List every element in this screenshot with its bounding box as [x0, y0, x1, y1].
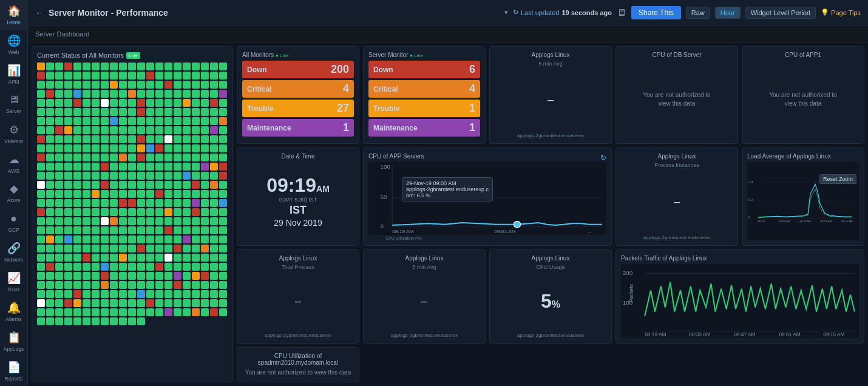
- hour-button[interactable]: Hour: [715, 7, 741, 19]
- chart-refresh-icon[interactable]: ↻: [600, 154, 606, 162]
- grid-cell: [92, 272, 100, 280]
- grid-cell: [174, 254, 181, 262]
- grid-cell: [101, 99, 109, 107]
- grid-cell: [101, 235, 109, 243]
- server-monitor-live: ● Live: [410, 53, 423, 58]
- grid-cell: [192, 81, 200, 89]
- grid-cell: [174, 181, 181, 189]
- grid-cell: [119, 81, 127, 89]
- cpu-app-servers-title-row: CPU of APP Servers ↻: [368, 153, 606, 162]
- grid-cell: [92, 81, 100, 89]
- grid-cell: [110, 254, 118, 262]
- sidebar-item-gcp[interactable]: ● GCP: [0, 208, 28, 237]
- sidebar-item-network[interactable]: 🔗 Network: [0, 237, 28, 267]
- sidebar-item-azure[interactable]: ◆ Azure: [0, 178, 28, 208]
- grid-cell: [46, 281, 54, 289]
- grid-cell: [146, 290, 154, 298]
- grid-cell: [192, 199, 200, 207]
- svg-text:100: 100: [381, 163, 390, 170]
- sidebar-item-server[interactable]: 🖥 Server: [0, 89, 28, 119]
- grid-cell: [73, 135, 81, 143]
- grid-cell: [155, 72, 163, 80]
- grid-cell: [92, 308, 100, 316]
- grid-cell: [46, 163, 54, 171]
- grid-cell: [183, 281, 191, 289]
- main-content: ← Server Monitor - Performance ▾ ↻ Last …: [28, 0, 868, 386]
- sidebar-label-gcp: GCP: [8, 227, 19, 233]
- grid-cell: [128, 72, 136, 80]
- grid-cell: [55, 90, 63, 98]
- grid-cell: [219, 235, 227, 243]
- grid-cell: [101, 163, 109, 171]
- sidebar-item-applogs[interactable]: 📋 AppLogs: [0, 327, 28, 356]
- grid-cell: [55, 126, 63, 134]
- grid-cell: [101, 308, 109, 316]
- grid-cell: [64, 281, 72, 289]
- grid-cell: [128, 208, 136, 216]
- grid-cell: [92, 163, 100, 171]
- grid-cell: [192, 217, 200, 225]
- server-critical-count: 4: [469, 83, 475, 95]
- reset-zoom-button[interactable]: Reset Zoom: [819, 174, 856, 184]
- sidebar-item-home[interactable]: 🏠 Home: [0, 0, 28, 30]
- all-monitors-live: ● Live: [276, 53, 289, 58]
- grid-cell: [73, 317, 81, 325]
- grid-cell: [110, 299, 118, 307]
- applogs-process-subtitle: Process Instances: [621, 162, 733, 168]
- grid-cell: [201, 126, 209, 134]
- grid-cell: [64, 81, 72, 89]
- grid-cell: [137, 135, 145, 143]
- title-dropdown-icon[interactable]: ▾: [504, 8, 508, 16]
- grid-cell: [37, 226, 45, 234]
- date-time-widget: Date & Time 09:19AM (GMT 5:30) IST IST 2…: [237, 147, 359, 246]
- grid-cell: [210, 163, 218, 171]
- sidebar-item-apm[interactable]: 📊 APM: [0, 59, 28, 89]
- applogs-linux-1-widget: Applogs Linux 5 min Avg – applogs-2gbram…: [489, 46, 612, 144]
- critical-label: Critical: [247, 85, 272, 93]
- grid-cell: [110, 199, 118, 207]
- widget-period-button[interactable]: Widget Level Period: [745, 7, 816, 19]
- grid-cell: [83, 263, 90, 271]
- sidebar-item-vmware[interactable]: ⚙ VMware: [0, 119, 28, 149]
- time-tz: IST: [290, 204, 307, 217]
- grid-cell: [83, 117, 90, 125]
- share-button[interactable]: Share This: [631, 6, 681, 19]
- grid-cell: [37, 190, 45, 198]
- refresh-icon[interactable]: ↻: [513, 8, 518, 16]
- grid-cell: [155, 263, 163, 271]
- sidebar-item-reports[interactable]: 📄 Reports: [0, 356, 28, 386]
- grid-cell: [73, 163, 81, 171]
- sidebar-item-web[interactable]: 🌐 Web: [0, 30, 28, 59]
- sidebar-item-aws[interactable]: ☁ AWS: [0, 149, 28, 178]
- page-tips-button[interactable]: 💡 Page Tips: [821, 8, 861, 16]
- applogs-cpu-widget: Applogs Linux CPU Usage 5% applogs-2gbra…: [489, 249, 612, 344]
- grid-cell: [110, 308, 118, 316]
- grid-cell: [183, 72, 191, 80]
- grid-cell: [137, 126, 145, 134]
- grid-cell: [55, 81, 63, 89]
- applogs-total-widget: Applogs Linux Total Process – applogs-2g…: [237, 249, 359, 344]
- grid-cell: [201, 81, 209, 89]
- grid-cell: [119, 308, 127, 316]
- grid-cell: [101, 144, 109, 152]
- grid-cell: [219, 190, 227, 198]
- server-critical-row: Critical 4: [368, 80, 480, 98]
- sidebar-item-alarms[interactable]: 🔔 Alarms: [0, 297, 28, 327]
- grid-cell: [128, 163, 136, 171]
- grid-cell: [128, 235, 136, 243]
- alarms-icon: 🔔: [7, 301, 21, 314]
- grid-cell: [210, 108, 218, 116]
- grid-cell: [164, 126, 172, 134]
- trouble-label: Trouble: [247, 104, 273, 113]
- applogs-total-subtitle: Total Process: [242, 264, 354, 270]
- raw-button[interactable]: Raw: [686, 7, 710, 19]
- grid-cell: [37, 299, 45, 307]
- sidebar-item-rum[interactable]: 📈 RUM: [0, 267, 28, 297]
- cpu-app-servers-title: CPU of APP Servers: [368, 153, 424, 160]
- back-button[interactable]: ←: [35, 8, 44, 18]
- grid-cell: [210, 135, 218, 143]
- grid-cell: [219, 245, 227, 252]
- grid-cell: [155, 245, 163, 252]
- grid-cell: [201, 290, 209, 298]
- grid-cell: [219, 90, 227, 98]
